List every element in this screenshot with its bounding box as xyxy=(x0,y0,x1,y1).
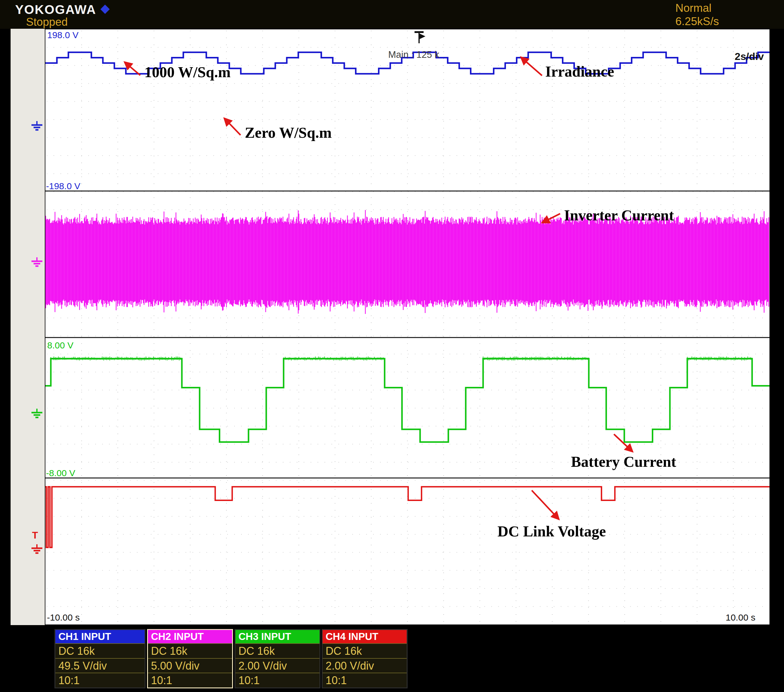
ch1-ground-marker[interactable] xyxy=(30,121,44,131)
left-bezel xyxy=(0,29,11,625)
annotation-zero-irradiance: Zero W/Sq.m xyxy=(245,124,332,141)
ch1-coupling: DC 16k xyxy=(55,643,145,658)
ch4-ground-marker[interactable] xyxy=(30,544,44,555)
ch3-scale: 2.00 V/div xyxy=(236,658,320,673)
trigger-mode-label: Normal xyxy=(675,2,712,15)
ground-icon xyxy=(30,257,44,268)
ch3-ground-marker[interactable] xyxy=(30,408,44,419)
trigger-position-marker[interactable] xyxy=(415,32,425,43)
ch2-settings-box[interactable]: CH2 INPUT DC 16k 5.00 V/div 10:1 xyxy=(147,629,233,689)
ch2-probe: 10:1 xyxy=(148,673,232,687)
ground-icon xyxy=(30,121,44,131)
channel-settings-panel: CH1 INPUT DC 16k 49.5 V/div 10:1 CH2 INP… xyxy=(0,625,784,692)
annotation-battery-current: Battery Current xyxy=(571,453,676,471)
ch1-input-header: CH1 INPUT xyxy=(55,630,145,643)
ch1-upper-scale-label: 198.0 V xyxy=(47,30,78,40)
brand-diamond-icon: ◆ xyxy=(100,1,110,15)
trigger-source-label: T xyxy=(32,530,38,541)
brand-logo: YOKOGAWA xyxy=(15,2,96,17)
annotation-dc-link-voltage: DC Link Voltage xyxy=(497,522,606,540)
ch3-lower-scale-label: -8.00 V xyxy=(46,468,75,478)
oscilloscope-screen: YOKOGAWA ◆ Stopped Normal 6.25kS/s T xyxy=(0,0,784,692)
left-margin-strip xyxy=(11,29,45,625)
ch3-input-header: CH3 INPUT xyxy=(236,630,320,643)
ch1-probe: 10:1 xyxy=(55,673,145,687)
waveform-canvas xyxy=(45,30,769,624)
waveform-area: 198.0 V -198.0 V 8.00 V -8.00 V -10.00 s… xyxy=(45,29,770,625)
ch4-scale: 2.00 V/div xyxy=(323,658,407,673)
ch1-lower-scale-label: -198.0 V xyxy=(46,181,80,191)
ch4-probe: 10:1 xyxy=(323,673,407,687)
arrow-battery-current xyxy=(614,434,633,452)
arrow-irradiance xyxy=(521,57,542,76)
ch2-coupling: DC 16k xyxy=(148,643,232,658)
ch3-coupling: DC 16k xyxy=(236,643,320,658)
record-length-label: Main : 125 k xyxy=(388,50,439,60)
ch3-settings-box[interactable]: CH3 INPUT DC 16k 2.00 V/div 10:1 xyxy=(234,629,320,689)
ch2-input-header: CH2 INPUT xyxy=(148,630,232,643)
acquisition-status: Stopped xyxy=(26,16,68,28)
top-status-bar: YOKOGAWA ◆ Stopped Normal 6.25kS/s xyxy=(0,0,784,29)
grid-layer xyxy=(46,31,768,623)
annotation-peak-irradiance: 1000 W/Sq.m xyxy=(144,63,231,81)
annotation-irradiance: Irradiance xyxy=(545,63,614,80)
ch4-coupling: DC 16k xyxy=(323,643,407,658)
trace-layer xyxy=(45,52,769,548)
annotation-inverter-current: Inverter Current xyxy=(564,206,674,224)
ch1-scale: 49.5 V/div xyxy=(55,658,145,673)
sample-rate-label: 6.25kS/s xyxy=(675,15,719,28)
ground-icon xyxy=(30,544,44,555)
ch2-inverter-current-band xyxy=(46,210,769,314)
ch2-scale: 5.00 V/div xyxy=(148,658,232,673)
ch2-ground-marker[interactable] xyxy=(30,257,44,268)
ch3-upper-scale-label: 8.00 V xyxy=(47,340,74,350)
ch3-probe: 10:1 xyxy=(236,673,320,687)
ch1-settings-box[interactable]: CH1 INPUT DC 16k 49.5 V/div 10:1 xyxy=(54,629,145,689)
arrow-dc-link-voltage xyxy=(532,491,559,519)
time-end-label: 10.00 s xyxy=(726,613,755,623)
arrow-zero-irradiance xyxy=(224,118,240,135)
time-start-label: -10.00 s xyxy=(47,613,79,623)
timebase-label: 2s/div xyxy=(735,51,764,62)
ch4-settings-box[interactable]: CH4 INPUT DC 16k 2.00 V/div 10:1 xyxy=(322,629,408,689)
right-bezel xyxy=(770,29,784,625)
ground-icon xyxy=(30,408,44,419)
ch4-input-header: CH4 INPUT xyxy=(323,630,407,643)
